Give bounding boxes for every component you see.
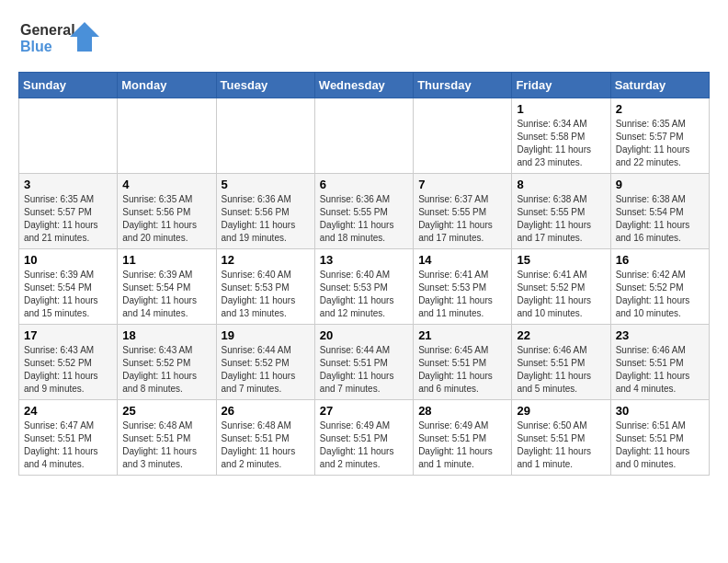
calendar-cell: 16Sunrise: 6:42 AMSunset: 5:52 PMDayligh… [610, 249, 709, 325]
day-number: 29 [517, 404, 605, 418]
calendar-cell: 4Sunrise: 6:35 AMSunset: 5:56 PMDaylight… [118, 174, 216, 249]
calendar-cell [314, 98, 413, 174]
calendar-cell: 18Sunrise: 6:43 AMSunset: 5:52 PMDayligh… [118, 325, 216, 400]
calendar-cell: 20Sunrise: 6:44 AMSunset: 5:51 PMDayligh… [314, 325, 413, 400]
day-info: Sunrise: 6:35 AMSunset: 5:56 PMDaylight:… [122, 193, 210, 245]
day-info: Sunrise: 6:41 AMSunset: 5:52 PMDaylight:… [517, 269, 605, 320]
calendar-cell: 2Sunrise: 6:35 AMSunset: 5:57 PMDaylight… [610, 98, 709, 174]
day-number: 24 [24, 404, 112, 418]
day-info: Sunrise: 6:43 AMSunset: 5:52 PMDaylight:… [24, 344, 112, 396]
calendar-cell [216, 98, 314, 174]
day-number: 4 [122, 178, 210, 191]
svg-text:Blue: Blue [20, 39, 52, 54]
calendar-cell: 17Sunrise: 6:43 AMSunset: 5:52 PMDayligh… [19, 325, 118, 400]
calendar-cell [19, 98, 118, 174]
calendar-cell: 10Sunrise: 6:39 AMSunset: 5:54 PMDayligh… [19, 249, 118, 325]
calendar-cell: 25Sunrise: 6:48 AMSunset: 5:51 PMDayligh… [118, 400, 216, 476]
calendar-cell: 5Sunrise: 6:36 AMSunset: 5:56 PMDaylight… [216, 174, 314, 249]
calendar-cell: 3Sunrise: 6:35 AMSunset: 5:57 PMDaylight… [19, 174, 118, 249]
day-info: Sunrise: 6:42 AMSunset: 5:52 PMDaylight:… [616, 269, 704, 320]
calendar-cell: 7Sunrise: 6:37 AMSunset: 5:55 PMDaylight… [414, 174, 512, 249]
day-number: 11 [122, 253, 210, 267]
day-info: Sunrise: 6:45 AMSunset: 5:51 PMDaylight:… [418, 344, 506, 396]
day-info: Sunrise: 6:34 AMSunset: 5:58 PMDaylight:… [517, 118, 605, 169]
day-info: Sunrise: 6:48 AMSunset: 5:51 PMDaylight:… [122, 419, 210, 471]
day-info: Sunrise: 6:40 AMSunset: 5:53 PMDaylight:… [222, 269, 310, 320]
calendar-cell [118, 98, 216, 174]
calendar-cell: 29Sunrise: 6:50 AMSunset: 5:51 PMDayligh… [512, 400, 610, 476]
day-of-week-header: Friday [512, 73, 610, 98]
calendar-cell: 11Sunrise: 6:39 AMSunset: 5:54 PMDayligh… [118, 249, 216, 325]
calendar-cell: 28Sunrise: 6:49 AMSunset: 5:51 PMDayligh… [414, 400, 512, 476]
calendar-week-row: 24Sunrise: 6:47 AMSunset: 5:51 PMDayligh… [19, 400, 710, 476]
day-number: 9 [616, 178, 704, 191]
day-info: Sunrise: 6:47 AMSunset: 5:51 PMDaylight:… [24, 419, 112, 471]
day-of-week-header: Sunday [19, 73, 118, 98]
day-number: 14 [418, 253, 506, 267]
day-info: Sunrise: 6:41 AMSunset: 5:53 PMDaylight:… [418, 269, 506, 320]
day-number: 16 [616, 253, 704, 267]
day-number: 3 [24, 178, 112, 191]
day-of-week-header: Tuesday [216, 73, 314, 98]
logo-svg: GeneralBlue [18, 18, 101, 57]
day-info: Sunrise: 6:50 AMSunset: 5:51 PMDaylight:… [517, 419, 605, 471]
day-info: Sunrise: 6:49 AMSunset: 5:51 PMDaylight:… [320, 419, 408, 471]
calendar-week-row: 3Sunrise: 6:35 AMSunset: 5:57 PMDaylight… [19, 174, 710, 249]
day-of-week-header: Thursday [414, 73, 512, 98]
day-info: Sunrise: 6:35 AMSunset: 5:57 PMDaylight:… [616, 118, 704, 169]
calendar-cell: 27Sunrise: 6:49 AMSunset: 5:51 PMDayligh… [314, 400, 413, 476]
day-number: 17 [24, 328, 112, 342]
day-number: 6 [320, 178, 408, 191]
day-of-week-header: Wednesday [314, 73, 413, 98]
calendar-week-row: 10Sunrise: 6:39 AMSunset: 5:54 PMDayligh… [19, 249, 710, 325]
day-number: 1 [517, 102, 605, 116]
day-number: 23 [616, 328, 704, 342]
calendar-cell: 9Sunrise: 6:38 AMSunset: 5:54 PMDaylight… [610, 174, 709, 249]
day-info: Sunrise: 6:36 AMSunset: 5:56 PMDaylight:… [222, 193, 310, 245]
calendar-cell: 12Sunrise: 6:40 AMSunset: 5:53 PMDayligh… [216, 249, 314, 325]
day-number: 26 [222, 404, 310, 418]
calendar-cell: 13Sunrise: 6:40 AMSunset: 5:53 PMDayligh… [314, 249, 413, 325]
day-info: Sunrise: 6:43 AMSunset: 5:52 PMDaylight:… [122, 344, 210, 396]
day-number: 7 [418, 178, 506, 191]
day-number: 8 [517, 178, 605, 191]
calendar-cell: 24Sunrise: 6:47 AMSunset: 5:51 PMDayligh… [19, 400, 118, 476]
calendar-week-row: 1Sunrise: 6:34 AMSunset: 5:58 PMDaylight… [19, 98, 710, 174]
calendar-cell: 6Sunrise: 6:36 AMSunset: 5:55 PMDaylight… [314, 174, 413, 249]
day-info: Sunrise: 6:48 AMSunset: 5:51 PMDaylight:… [222, 419, 310, 471]
day-number: 20 [320, 328, 408, 342]
day-info: Sunrise: 6:40 AMSunset: 5:53 PMDaylight:… [320, 269, 408, 320]
day-number: 22 [517, 328, 605, 342]
day-number: 30 [616, 404, 704, 418]
day-info: Sunrise: 6:36 AMSunset: 5:55 PMDaylight:… [320, 193, 408, 245]
day-number: 13 [320, 253, 408, 267]
calendar-cell: 19Sunrise: 6:44 AMSunset: 5:52 PMDayligh… [216, 325, 314, 400]
calendar-cell: 8Sunrise: 6:38 AMSunset: 5:55 PMDaylight… [512, 174, 610, 249]
day-info: Sunrise: 6:46 AMSunset: 5:51 PMDaylight:… [517, 344, 605, 396]
logo: GeneralBlue [18, 18, 101, 57]
day-number: 25 [122, 404, 210, 418]
day-number: 21 [418, 328, 506, 342]
day-info: Sunrise: 6:46 AMSunset: 5:51 PMDaylight:… [616, 344, 704, 396]
day-info: Sunrise: 6:35 AMSunset: 5:57 PMDaylight:… [24, 193, 112, 245]
day-number: 18 [122, 328, 210, 342]
calendar-week-row: 17Sunrise: 6:43 AMSunset: 5:52 PMDayligh… [19, 325, 710, 400]
day-number: 5 [222, 178, 310, 191]
calendar-header: SundayMondayTuesdayWednesdayThursdayFrid… [19, 73, 710, 98]
day-info: Sunrise: 6:37 AMSunset: 5:55 PMDaylight:… [418, 193, 506, 245]
day-of-week-header: Saturday [610, 73, 709, 98]
day-info: Sunrise: 6:44 AMSunset: 5:52 PMDaylight:… [222, 344, 310, 396]
calendar-cell: 14Sunrise: 6:41 AMSunset: 5:53 PMDayligh… [414, 249, 512, 325]
header: GeneralBlue [18, 18, 710, 57]
calendar: SundayMondayTuesdayWednesdayThursdayFrid… [18, 72, 710, 476]
days-of-week-row: SundayMondayTuesdayWednesdayThursdayFrid… [19, 73, 710, 98]
day-info: Sunrise: 6:38 AMSunset: 5:55 PMDaylight:… [517, 193, 605, 245]
day-number: 10 [24, 253, 112, 267]
day-info: Sunrise: 6:51 AMSunset: 5:51 PMDaylight:… [616, 419, 704, 471]
calendar-cell: 22Sunrise: 6:46 AMSunset: 5:51 PMDayligh… [512, 325, 610, 400]
svg-text:General: General [20, 22, 75, 38]
day-number: 2 [616, 102, 704, 116]
calendar-body: 1Sunrise: 6:34 AMSunset: 5:58 PMDaylight… [19, 98, 710, 476]
calendar-cell [414, 98, 512, 174]
day-info: Sunrise: 6:44 AMSunset: 5:51 PMDaylight:… [320, 344, 408, 396]
